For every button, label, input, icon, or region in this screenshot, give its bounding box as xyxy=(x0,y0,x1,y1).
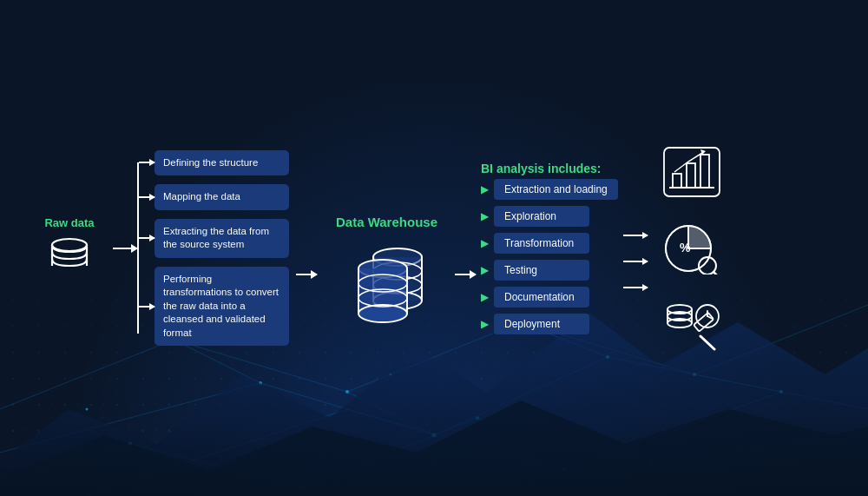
bi-box-0: Extraction and loading xyxy=(494,179,618,200)
arrow-warehouse-to-bi xyxy=(455,274,476,275)
svg-line-62 xyxy=(713,272,720,274)
bi-items-list: ▶ Extraction and loading ▶ Exploration ▶… xyxy=(481,179,618,334)
warehouse-title: Data Warehouse xyxy=(336,215,437,229)
bi-box-5: Deployment xyxy=(494,314,589,334)
step-row-2: Mapping the data xyxy=(137,184,289,210)
step-box-3: Extracting the data from the source syst… xyxy=(155,219,289,258)
arrow-steps-to-warehouse xyxy=(296,274,317,275)
step-arrow-3 xyxy=(149,235,155,241)
step-row-3: Extracting the data from the source syst… xyxy=(137,219,289,258)
arrow-to-icon-3 xyxy=(623,287,648,288)
arrow-line-2 xyxy=(296,274,317,275)
bi-arrow-1: ▶ xyxy=(481,210,489,222)
arrowhead-2 xyxy=(642,258,648,265)
bi-arrow-0: ▶ xyxy=(481,183,489,195)
bi-item-5: ▶ Deployment xyxy=(481,314,618,334)
svg-text:%: % xyxy=(680,241,691,255)
arrowhead-3 xyxy=(642,284,648,291)
bi-arrow-3: ▶ xyxy=(481,264,489,276)
diagram-layout: Raw data xyxy=(26,146,842,351)
step-h-line2 xyxy=(139,196,155,198)
step-arrow-4 xyxy=(149,303,155,310)
svg-rect-56 xyxy=(700,155,709,188)
step-row-4: Performing transformations to convert th… xyxy=(137,267,289,347)
step-box-2: Mapping the data xyxy=(155,184,289,210)
main-content: Raw data xyxy=(0,0,868,496)
raw-data-column: Raw data xyxy=(26,216,113,280)
arrow-raw-to-steps xyxy=(113,248,137,249)
svg-point-36 xyxy=(52,239,87,251)
step-h-line3 xyxy=(139,237,155,239)
arrow-to-icon-2 xyxy=(623,261,648,262)
step-row-1: Defining the structure xyxy=(137,150,289,176)
bi-item-0: ▶ Extraction and loading xyxy=(481,179,618,200)
bi-item-1: ▶ Exploration xyxy=(481,206,618,227)
raw-data-label: Raw data xyxy=(44,216,94,229)
bi-arrow-4: ▶ xyxy=(481,291,489,303)
bi-box-2: Transformation xyxy=(494,233,589,254)
step-h-line xyxy=(139,162,155,163)
svg-rect-55 xyxy=(687,163,695,188)
bi-box-3: Testing xyxy=(494,260,589,281)
pie-chart-icon: % xyxy=(662,222,721,274)
svg-rect-53 xyxy=(664,148,720,196)
vertical-line xyxy=(137,162,139,334)
steps-list: Defining the structure Mapping the data xyxy=(137,150,289,347)
step-box-4: Performing transformations to convert th… xyxy=(155,267,289,347)
bi-box-4: Documentation xyxy=(494,287,589,308)
warehouse-db-icon xyxy=(335,238,439,334)
step-arrow-1 xyxy=(149,159,155,166)
warehouse-column: Data Warehouse xyxy=(324,215,450,334)
bi-arrow-2: ▶ xyxy=(481,237,489,249)
bi-box-1: Exploration xyxy=(494,206,589,227)
svg-line-69 xyxy=(700,336,714,349)
step-box-1: Defining the structure xyxy=(155,150,289,176)
tools-icon xyxy=(662,299,721,351)
arrow-to-icon-1 xyxy=(623,235,648,236)
bi-column: BI analysis includes: ▶ Extraction and l… xyxy=(481,162,618,334)
steps-tree: Defining the structure Mapping the data xyxy=(137,150,289,347)
arrow-line-1 xyxy=(113,248,137,249)
step-arrow-2 xyxy=(149,194,155,201)
right-icons-column: % xyxy=(653,146,731,351)
arrow-line-3 xyxy=(455,274,476,275)
svg-rect-54 xyxy=(673,174,681,188)
bi-item-4: ▶ Documentation xyxy=(481,287,618,308)
bar-chart-icon xyxy=(662,146,721,198)
svg-point-48 xyxy=(358,305,407,322)
arrows-bi-to-icons xyxy=(623,235,648,288)
raw-data-db-icon xyxy=(49,236,89,280)
arrowhead-1 xyxy=(642,232,648,239)
bi-header: BI analysis includes: xyxy=(481,162,618,175)
bi-item-3: ▶ Testing xyxy=(481,260,618,281)
bi-arrow-5: ▶ xyxy=(481,318,489,330)
step-h-line4 xyxy=(139,306,155,308)
bi-item-2: ▶ Transformation xyxy=(481,233,618,254)
